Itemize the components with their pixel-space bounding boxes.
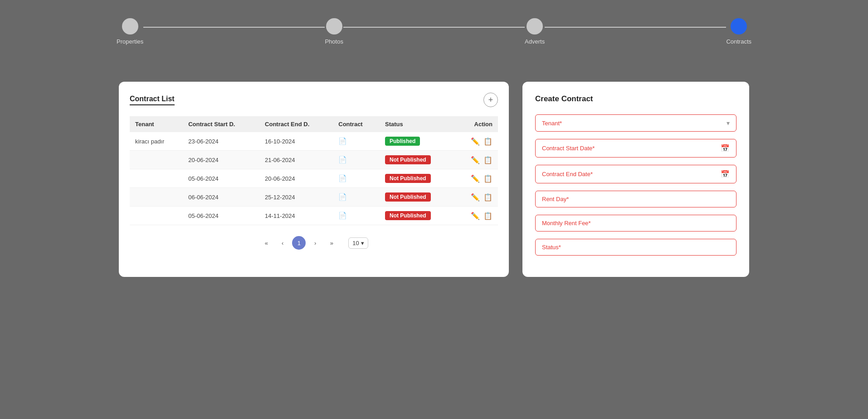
step-adverts[interactable]: Adverts [525,18,545,45]
cell-action: ✏️ 📋 [454,151,498,169]
contract-start-date-input[interactable]: Contract Start Date* 📅 [535,139,736,158]
document-icon: 📄 [338,156,347,163]
col-status: Status [380,116,454,132]
step-properties[interactable]: Properties [117,18,143,45]
col-tenant: Tenant [130,116,183,132]
status-input[interactable]: Status* [535,239,736,256]
status-badge: Not Published [385,174,431,183]
tenant-chevron-icon: ▾ [727,119,730,127]
cell-status: Not Published [380,207,454,225]
document-icon: 📄 [338,193,347,201]
copy-icon[interactable]: 📋 [483,174,493,183]
tenant-field: Tenant* ▾ [535,114,736,132]
contract-end-date-field: Contract End Date* 📅 [535,165,736,183]
copy-icon[interactable]: 📋 [483,137,493,146]
tenant-label: Tenant* [542,120,562,127]
step-photos[interactable]: Photos [325,18,343,45]
cell-contract: 📄 [333,169,380,188]
status-label: Status* [542,244,561,251]
step-circle-contracts [731,18,747,35]
stepper: Properties Photos Adverts Contracts [117,18,751,45]
step-circle-properties [122,18,138,35]
monthly-rent-fee-label: Monthly Rent Fee* [542,220,591,227]
rent-day-label: Rent Day* [542,196,569,202]
calendar-icon-end: 📅 [721,170,730,178]
cell-start: 20-06-2024 [183,151,259,169]
per-page-select[interactable]: 10 ▾ [348,237,368,249]
contract-end-date-input[interactable]: Contract End Date* 📅 [535,165,736,183]
step-label-contracts: Contracts [726,38,751,45]
cell-tenant [130,169,183,188]
cell-contract: 📄 [333,151,380,169]
contract-end-date-label: Contract End Date* [542,171,593,177]
per-page-value: 10 [352,240,359,246]
action-icons: ✏️ 📋 [460,212,493,220]
status-badge: Published [385,137,420,146]
cell-status: Not Published [380,151,454,169]
step-line-1 [143,27,325,28]
action-icons: ✏️ 📋 [460,174,493,183]
cell-start: 06-06-2024 [183,188,259,207]
last-page-button[interactable]: » [325,236,338,250]
cell-status: Not Published [380,169,454,188]
step-circle-photos [326,18,342,35]
status-badge: Not Published [385,192,431,202]
monthly-rent-fee-input[interactable]: Monthly Rent Fee* [535,215,736,232]
page-1-button[interactable]: 1 [292,236,306,250]
cell-end: 20-06-2024 [259,169,333,188]
cell-status: Published [380,132,454,151]
step-line-2 [343,27,525,28]
step-circle-adverts [527,18,543,35]
table-header-row: Tenant Contract Start D. Contract End D.… [130,116,498,132]
next-page-button[interactable]: › [308,236,322,250]
cell-status: Not Published [380,188,454,207]
first-page-button[interactable]: « [259,236,273,250]
cell-contract: 📄 [333,207,380,225]
monthly-rent-fee-field: Monthly Rent Fee* [535,215,736,232]
contract-start-date-label: Contract Start Date* [542,145,595,152]
col-start: Contract Start D. [183,116,259,132]
document-icon: 📄 [338,174,347,182]
col-end: Contract End D. [259,116,333,132]
step-line-3 [545,27,726,28]
step-label-adverts: Adverts [525,38,545,45]
copy-icon[interactable]: 📋 [483,212,493,220]
edit-icon[interactable]: ✏️ [471,156,480,164]
status-field: Status* [535,239,736,256]
cell-tenant: kiracı padır [130,132,183,151]
calendar-icon-start: 📅 [721,144,730,153]
edit-icon[interactable]: ✏️ [471,193,480,202]
cell-end: 21-06-2024 [259,151,333,169]
edit-icon[interactable]: ✏️ [471,137,480,146]
contract-table: Tenant Contract Start D. Contract End D.… [130,116,498,225]
step-label-properties: Properties [117,38,143,45]
contract-list-panel: Contract List + Tenant Contract Start D.… [119,82,509,277]
cell-action: ✏️ 📋 [454,207,498,225]
cell-action: ✏️ 📋 [454,188,498,207]
create-contract-panel: Create Contract Tenant* ▾ Contract Start… [522,82,749,277]
rent-day-field: Rent Day* [535,191,736,207]
cell-tenant [130,188,183,207]
copy-icon[interactable]: 📋 [483,156,493,164]
contract-start-date-field: Contract Start Date* 📅 [535,139,736,158]
step-contracts[interactable]: Contracts [726,18,751,45]
panel-title: Contract List [130,95,175,105]
per-page-chevron-icon: ▾ [361,240,364,246]
table-row: 06-06-2024 25-12-2024 📄 Not Published ✏️… [130,188,498,207]
copy-icon[interactable]: 📋 [483,193,493,202]
add-contract-button[interactable]: + [483,93,498,107]
table-row: 05-06-2024 20-06-2024 📄 Not Published ✏️… [130,169,498,188]
edit-icon[interactable]: ✏️ [471,174,480,183]
document-icon: 📄 [338,137,347,145]
prev-page-button[interactable]: ‹ [276,236,289,250]
status-badge: Not Published [385,211,431,220]
rent-day-input[interactable]: Rent Day* [535,191,736,207]
edit-icon[interactable]: ✏️ [471,212,480,220]
cell-start: 23-06-2024 [183,132,259,151]
tenant-input[interactable]: Tenant* ▾ [535,114,736,132]
cell-start: 05-06-2024 [183,207,259,225]
cell-action: ✏️ 📋 [454,169,498,188]
table-row: 20-06-2024 21-06-2024 📄 Not Published ✏️… [130,151,498,169]
cell-tenant [130,151,183,169]
action-icons: ✏️ 📋 [460,193,493,202]
